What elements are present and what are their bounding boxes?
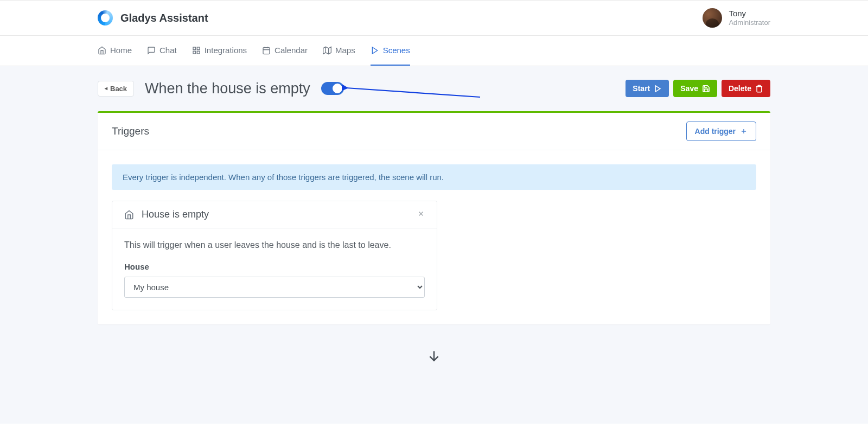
nav-home[interactable]: Home	[98, 36, 132, 66]
main-nav: Home Chat Integrations Calendar Maps	[0, 36, 868, 66]
nav-calendar-label: Calendar	[275, 46, 308, 55]
chat-icon	[147, 46, 156, 55]
nav-integrations[interactable]: Integrations	[192, 36, 247, 66]
triggers-card: Triggers Add trigger Every trigger is in…	[98, 111, 770, 324]
back-button[interactable]: Back	[98, 81, 134, 97]
top-bar: Gladys Assistant Tony Administrator	[0, 0, 868, 36]
start-button-label: Start	[633, 84, 650, 93]
triggers-info-alert: Every trigger is independent. When any o…	[112, 164, 756, 190]
save-button[interactable]: Save	[673, 80, 717, 97]
save-button-label: Save	[680, 84, 698, 93]
svg-rect-0	[193, 47, 196, 50]
save-icon	[702, 85, 710, 93]
svg-marker-13	[655, 85, 660, 91]
delete-button[interactable]: Delete	[722, 80, 770, 97]
trigger-close-button[interactable]	[417, 209, 425, 220]
down-arrow-icon	[98, 349, 770, 365]
svg-rect-2	[197, 51, 200, 54]
user-role: Administrator	[729, 18, 770, 27]
add-trigger-label: Add trigger	[695, 127, 736, 136]
nav-chat[interactable]: Chat	[147, 36, 177, 66]
trash-icon	[755, 85, 763, 93]
trigger-card: House is empty This will trigger when a …	[112, 201, 437, 310]
map-icon	[323, 46, 331, 55]
grid-icon	[192, 46, 201, 55]
triggers-title: Triggers	[112, 125, 149, 137]
brand-name: Gladys Assistant	[120, 12, 208, 24]
trigger-title: House is empty	[142, 209, 209, 220]
nav-maps-label: Maps	[335, 46, 355, 55]
nav-maps[interactable]: Maps	[323, 36, 355, 66]
back-button-label: Back	[110, 85, 127, 93]
calendar-icon	[262, 46, 271, 55]
play-icon	[371, 46, 379, 55]
plus-icon	[740, 127, 748, 135]
svg-marker-11	[372, 47, 377, 54]
home-icon	[124, 210, 134, 220]
annotation-arrow-icon	[342, 84, 483, 100]
svg-line-12	[346, 88, 480, 97]
trigger-description: This will trigger when a user leaves the…	[124, 240, 425, 250]
avatar	[703, 8, 722, 28]
scene-enable-toggle[interactable]	[321, 82, 344, 95]
home-icon	[98, 46, 106, 55]
svg-marker-8	[323, 47, 331, 54]
brand-logo-icon	[98, 10, 113, 25]
house-select[interactable]: My house	[124, 277, 425, 298]
nav-chat-label: Chat	[159, 46, 177, 55]
brand[interactable]: Gladys Assistant	[98, 10, 208, 25]
scene-title: When the house is empty	[145, 80, 310, 97]
nav-scenes[interactable]: Scenes	[371, 36, 410, 66]
svg-rect-1	[197, 47, 200, 50]
house-select-label: House	[124, 262, 425, 271]
svg-rect-4	[263, 47, 270, 54]
svg-rect-3	[193, 51, 196, 54]
user-menu[interactable]: Tony Administrator	[703, 8, 770, 28]
nav-integrations-label: Integrations	[205, 46, 247, 55]
close-icon	[417, 210, 425, 218]
nav-calendar[interactable]: Calendar	[262, 36, 308, 66]
add-trigger-button[interactable]: Add trigger	[686, 122, 756, 141]
nav-scenes-label: Scenes	[383, 46, 410, 55]
start-button[interactable]: Start	[626, 80, 669, 97]
delete-button-label: Delete	[729, 84, 751, 93]
play-icon	[654, 85, 662, 93]
page-body: Back When the house is empty Start Save	[0, 66, 868, 424]
user-name: Tony	[729, 9, 770, 18]
scene-header: Back When the house is empty Start Save	[98, 80, 770, 97]
nav-home-label: Home	[110, 46, 132, 55]
